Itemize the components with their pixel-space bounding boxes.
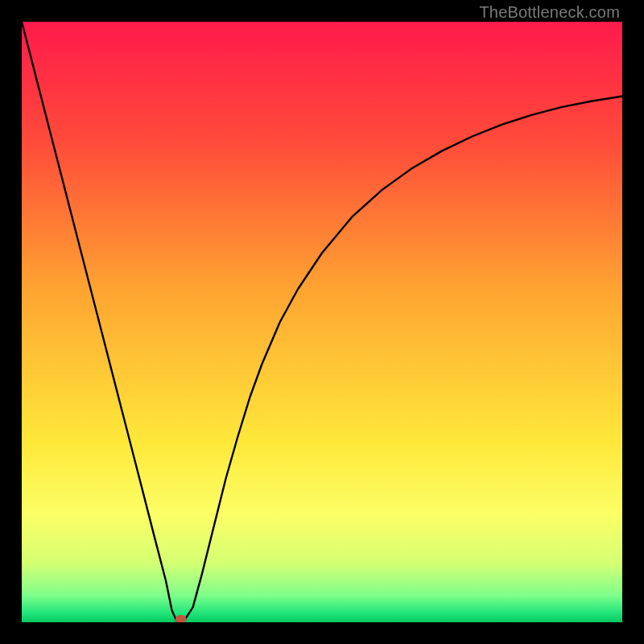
watermark-text: TheBottleneck.com: [479, 3, 620, 22]
chart-frame: [22, 22, 622, 622]
gradient-background: [22, 22, 622, 622]
bottleneck-chart: [22, 22, 622, 622]
